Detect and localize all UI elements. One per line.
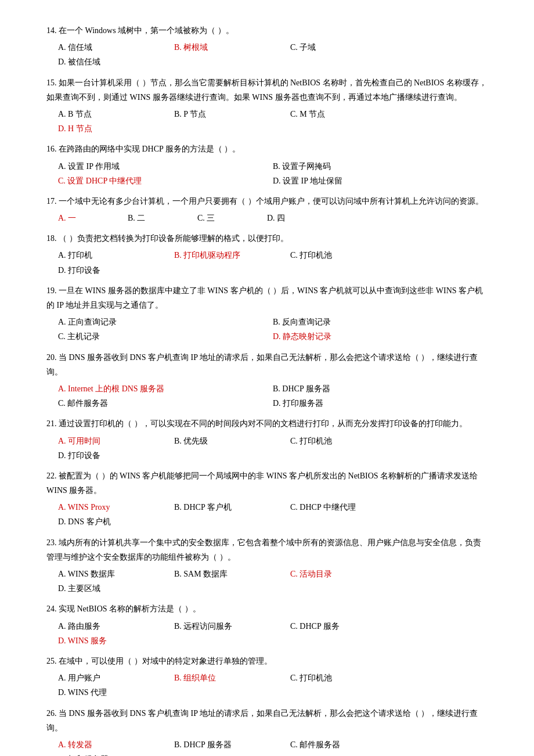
option-14-d: D. 被信任域 xyxy=(58,55,151,69)
option-14-b: B. 树根域 xyxy=(174,40,267,55)
option-25-c: C. 打印机池 xyxy=(290,671,383,685)
option-26-d: D. 打印服务器 xyxy=(58,752,151,756)
question-17-text: 17. 一个域中无论有多少台计算机，一个用户只要拥有（ ）个域用户账户，便可以访… xyxy=(46,194,488,208)
option-18-c: C. 打印机池 xyxy=(290,248,383,262)
option-17-b: B. 二 xyxy=(128,211,174,225)
option-23-b: B. SAM 数据库 xyxy=(174,567,267,581)
option-22-a: A. WINS Proxy xyxy=(58,500,151,514)
option-21-d: D. 打印设备 xyxy=(58,448,151,463)
question-17-options: A. 一 B. 二 C. 三 D. 四 xyxy=(58,211,488,225)
option-26-a: A. 转发器 xyxy=(58,737,151,752)
option-24-c: C. DHCP 服务 xyxy=(290,619,383,633)
question-20-text: 20. 当 DNS 服务器收到 DNS 客户机查询 IP 地址的请求后，如果自己… xyxy=(46,350,488,379)
option-20-c: C. 邮件服务器 xyxy=(58,396,267,411)
question-14-options: A. 信任域 B. 树根域 C. 子域 D. 被信任域 xyxy=(58,40,488,69)
question-18: 18. （ ）负责把文档转换为打印设备所能够理解的格式，以便打印。 A. 打印机… xyxy=(46,231,488,278)
question-25-options: A. 用户账户 B. 组织单位 C. 打印机池 D. WINS 代理 xyxy=(58,671,488,700)
question-17: 17. 一个域中无论有多少台计算机，一个用户只要拥有（ ）个域用户账户，便可以访… xyxy=(46,194,488,225)
question-26: 26. 当 DNS 服务器收到 DNS 客户机查询 IP 地址的请求后，如果自己… xyxy=(46,706,488,757)
option-22-c: C. DHCP 中继代理 xyxy=(290,500,383,514)
question-14-text: 14. 在一个 Windows 域树中，第一个域被称为（ ）。 xyxy=(46,23,488,38)
option-19-b: B. 反向查询记录 xyxy=(273,315,482,329)
question-26-text: 26. 当 DNS 服务器收到 DNS 客户机查询 IP 地址的请求后，如果自己… xyxy=(46,706,488,735)
question-16-options: A. 设置 IP 作用域 B. 设置子网掩码 C. 设置 DHCP 中继代理 D… xyxy=(58,159,488,188)
option-20-d: D. 打印服务器 xyxy=(273,396,482,411)
question-20-options: A. Internet 上的根 DNS 服务器 B. DHCP 服务器 C. 邮… xyxy=(58,381,488,411)
question-22-options: A. WINS Proxy B. DHCP 客户机 C. DHCP 中继代理 D… xyxy=(58,500,488,529)
question-16: 16. 在跨路由的网络中实现 DHCP 服务的方法是（ ）。 A. 设置 IP … xyxy=(46,142,488,188)
question-21-options: A. 可用时间 B. 优先级 C. 打印机池 D. 打印设备 xyxy=(58,434,488,463)
option-16-b: B. 设置子网掩码 xyxy=(273,159,482,174)
question-23: 23. 域内所有的计算机共享一个集中式的安全数据库，它包含着整个域中所有的资源信… xyxy=(46,535,488,596)
option-19-a: A. 正向查询记录 xyxy=(58,315,267,329)
option-17-d: D. 四 xyxy=(267,211,313,225)
option-17-a: A. 一 xyxy=(58,211,104,225)
document-content: 14. 在一个 Windows 域树中，第一个域被称为（ ）。 A. 信任域 B… xyxy=(46,23,488,756)
option-26-c: C. 邮件服务器 xyxy=(290,737,383,752)
question-24-options: A. 路由服务 B. 远程访问服务 C. DHCP 服务 D. WINS 服务 xyxy=(58,619,488,648)
option-20-a: A. Internet 上的根 DNS 服务器 xyxy=(58,381,267,396)
option-16-a: A. 设置 IP 作用域 xyxy=(58,159,267,174)
option-22-d: D. DNS 客户机 xyxy=(58,514,151,529)
question-15: 15. 如果一台计算机采用（ ）节点，那么当它需要解析目标计算机的 NetBIO… xyxy=(46,75,488,136)
option-17-c: C. 三 xyxy=(197,211,244,225)
option-18-d: D. 打印设备 xyxy=(58,263,151,278)
option-14-a: A. 信任域 xyxy=(58,40,151,55)
question-15-options: A. B 节点 B. P 节点 C. M 节点 D. H 节点 xyxy=(58,107,488,136)
option-21-b: B. 优先级 xyxy=(174,434,267,448)
option-18-b: B. 打印机驱动程序 xyxy=(174,248,267,262)
option-19-d: D. 静态映射记录 xyxy=(273,329,482,344)
option-21-a: A. 可用时间 xyxy=(58,434,151,448)
question-16-text: 16. 在跨路由的网络中实现 DHCP 服务的方法是（ ）。 xyxy=(46,142,488,156)
option-18-a: A. 打印机 xyxy=(58,248,151,262)
option-16-d: D. 设置 IP 地址保留 xyxy=(273,174,482,188)
question-21: 21. 通过设置打印机的（ ），可以实现在不同的时间段内对不同的文档进行打印，从… xyxy=(46,416,488,463)
question-21-text: 21. 通过设置打印机的（ ），可以实现在不同的时间段内对不同的文档进行打印，从… xyxy=(46,416,488,431)
option-15-b: B. P 节点 xyxy=(174,107,267,121)
option-23-a: A. WINS 数据库 xyxy=(58,567,151,581)
option-14-c: C. 子域 xyxy=(290,40,383,55)
option-15-d: D. H 节点 xyxy=(58,121,151,136)
option-19-c: C. 主机记录 xyxy=(58,329,267,344)
question-14: 14. 在一个 Windows 域树中，第一个域被称为（ ）。 A. 信任域 B… xyxy=(46,23,488,70)
option-24-b: B. 远程访问服务 xyxy=(174,619,267,633)
option-22-b: B. DHCP 客户机 xyxy=(174,500,267,514)
question-24: 24. 实现 NetBIOS 名称的解析方法是（ ）。 A. 路由服务 B. 远… xyxy=(46,602,488,648)
question-19-text: 19. 一旦在 WINS 服务器的数据库中建立了非 WINS 客户机的（ ）后，… xyxy=(46,283,488,312)
question-23-options: A. WINS 数据库 B. SAM 数据库 C. 活动目录 D. 主要区域 xyxy=(58,567,488,596)
question-18-options: A. 打印机 B. 打印机驱动程序 C. 打印机池 D. 打印设备 xyxy=(58,248,488,277)
question-25-text: 25. 在域中，可以使用（ ）对域中的特定对象进行单独的管理。 xyxy=(46,654,488,668)
option-24-d: D. WINS 服务 xyxy=(58,633,151,648)
option-25-b: B. 组织单位 xyxy=(174,671,267,685)
question-20: 20. 当 DNS 服务器收到 DNS 客户机查询 IP 地址的请求后，如果自己… xyxy=(46,350,488,411)
option-15-c: C. M 节点 xyxy=(290,107,383,121)
question-26-options: A. 转发器 B. DHCP 服务器 C. 邮件服务器 D. 打印服务器 xyxy=(58,737,488,756)
question-22: 22. 被配置为（ ）的 WINS 客户机能够把同一个局域网中的非 WINS 客… xyxy=(46,469,488,530)
option-23-d: D. 主要区域 xyxy=(58,581,151,596)
option-24-a: A. 路由服务 xyxy=(58,619,151,633)
option-20-b: B. DHCP 服务器 xyxy=(273,381,482,396)
question-23-text: 23. 域内所有的计算机共享一个集中式的安全数据库，它包含着整个域中所有的资源信… xyxy=(46,535,488,564)
question-15-text: 15. 如果一台计算机采用（ ）节点，那么当它需要解析目标计算机的 NetBIO… xyxy=(46,75,488,105)
question-19: 19. 一旦在 WINS 服务器的数据库中建立了非 WINS 客户机的（ ）后，… xyxy=(46,283,488,344)
question-19-options: A. 正向查询记录 B. 反向查询记录 C. 主机记录 D. 静态映射记录 xyxy=(58,315,488,344)
option-21-c: C. 打印机池 xyxy=(290,434,383,448)
option-15-a: A. B 节点 xyxy=(58,107,151,121)
option-23-c: C. 活动目录 xyxy=(290,567,383,581)
option-25-d: D. WINS 代理 xyxy=(58,685,151,700)
question-18-text: 18. （ ）负责把文档转换为打印设备所能够理解的格式，以便打印。 xyxy=(46,231,488,246)
option-25-a: A. 用户账户 xyxy=(58,671,151,685)
question-25: 25. 在域中，可以使用（ ）对域中的特定对象进行单独的管理。 A. 用户账户 … xyxy=(46,654,488,700)
option-26-b: B. DHCP 服务器 xyxy=(174,737,267,752)
question-22-text: 22. 被配置为（ ）的 WINS 客户机能够把同一个局域网中的非 WINS 客… xyxy=(46,469,488,498)
option-16-c: C. 设置 DHCP 中继代理 xyxy=(58,174,267,188)
question-24-text: 24. 实现 NetBIOS 名称的解析方法是（ ）。 xyxy=(46,602,488,616)
